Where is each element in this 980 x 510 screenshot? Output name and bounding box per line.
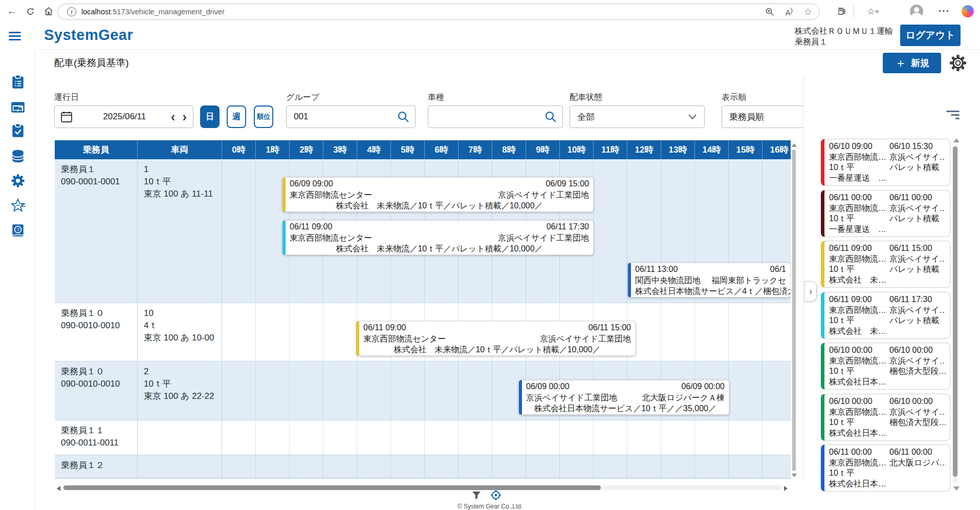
dispatch-card[interactable]: 06/10 00:0006/10 00:00東京西部物流…京浜ベイサイ…10ｔ平…: [821, 394, 950, 441]
card-end-time: 06/10 00:00: [889, 396, 946, 407]
filter-funnel-icon[interactable]: [471, 490, 482, 501]
hour-grid-cell: [560, 420, 594, 455]
locate-target-icon[interactable]: [490, 490, 502, 501]
dispatch-card[interactable]: 06/11 00:0006/11 00:00東京西部物流…京浜ベイサイ…10ｔ平…: [821, 190, 950, 237]
sidebar-item-settings[interactable]: [10, 173, 26, 189]
block-end-time: 06/09 00:00: [681, 381, 725, 392]
status-chevron-down-icon: [686, 110, 699, 123]
dispatch-card[interactable]: 06/11 09:0006/11 17:30東京西部物流…京浜ベイサイ…10ｔ平…: [821, 292, 950, 339]
table-scroll-up-arrow[interactable]: [792, 143, 797, 147]
panel-scrollbar-track[interactable]: [952, 145, 958, 483]
logout-button[interactable]: ログアウト: [900, 25, 961, 46]
card-times: 06/10 00:0006/10 00:00: [829, 345, 946, 356]
block-destination: 京浜ベイサイド工業団地: [540, 333, 631, 345]
card-times: 06/11 09:0006/11 17:30: [829, 294, 946, 305]
panel-filter-icon[interactable]: [946, 109, 960, 119]
screen: ← i localhost:5173/vehicle_management_dr…: [0, 0, 980, 510]
schedule-block[interactable]: 06/11 09:0006/11 15:00東京西部物流センター京浜ベイサイド工…: [356, 321, 636, 356]
table-vertical-scrollbar[interactable]: [792, 150, 796, 471]
sidebar-item-master-data[interactable]: [10, 148, 26, 164]
block-end-time: 06/1: [770, 264, 786, 275]
panel-scroll-up-arrow[interactable]: [953, 138, 960, 142]
schedule-header-row: 乗務員 車両 0時1時2時3時4時5時6時7時8時9時10時11時12時13時1…: [55, 140, 791, 159]
schedule-block[interactable]: 06/09 00:0006/09 00:00京浜ベイサイド工業団地北大阪ロジパー…: [519, 380, 729, 415]
dispatch-card[interactable]: 06/11 09:0006/11 15:00東京西部物流…京浜ベイサイ…10ｔ平…: [821, 241, 950, 288]
table-scroll-left-arrow[interactable]: [57, 486, 60, 491]
dispatch-card[interactable]: 06/10 09:0006/10 15:30東京西部物流…京浜ベイサイ…10ｔ平…: [821, 139, 950, 186]
hour-grid-cell: [763, 420, 791, 455]
block-origin: 東京西部物流センター: [290, 232, 372, 244]
panel-scroll-down-arrow[interactable]: [953, 486, 960, 491]
date-field[interactable]: 2025/06/11 ‹ ›: [54, 105, 193, 128]
hour-grid-cell: [323, 455, 357, 478]
card-end-time: 06/11 15:00: [889, 243, 946, 254]
new-button[interactable]: ＋新規: [883, 53, 941, 73]
hour-grid-cell: [323, 420, 357, 455]
schedule-block[interactable]: 06/11 13:0006/1関西中央物流団地福岡東部トラックセ株式会社日本物流…: [628, 263, 791, 298]
new-button-label: 新規: [911, 57, 929, 69]
hour-grid-cell: [661, 303, 695, 361]
copilot-icon[interactable]: [960, 4, 975, 19]
url-bar[interactable]: i localhost:5173/vehicle_management_driv…: [57, 4, 820, 20]
group-input[interactable]: [293, 111, 391, 122]
block-times: 06/11 09:0006/11 15:00: [363, 322, 631, 333]
hour-headers: 0時1時2時3時4時5時6時7時8時9時10時11時12時13時14時15時16…: [222, 140, 791, 159]
sidebar-item-whats-new[interactable]: [10, 198, 26, 214]
hour-grid-cell: [222, 455, 256, 478]
card-locations: 東京西部物流…京浜ベイサイ…: [829, 305, 946, 316]
vehicle-type-search-icon[interactable]: [544, 110, 557, 123]
hour-column-header: 16時: [763, 140, 791, 159]
dispatch-card[interactable]: 06/11 00:0006/11 00:00東京西部物流…北大阪ロジパ…10ｔ平…: [821, 444, 950, 492]
card-vehicle-type: 10ｔ平: [829, 315, 889, 326]
hour-grid-cell: [763, 303, 791, 361]
view-week-button[interactable]: 週: [227, 105, 246, 128]
order-select[interactable]: 乗務員順: [722, 105, 803, 128]
favorites-bar-icon[interactable]: ☆≡: [865, 4, 880, 19]
zoom-icon[interactable]: [765, 7, 774, 16]
table-horizontal-scrollbar[interactable]: [63, 485, 601, 490]
home-icon[interactable]: [41, 4, 56, 19]
status-select[interactable]: 全部: [570, 105, 705, 128]
card-end-time: 06/10 15:30: [889, 141, 946, 152]
card-destination: 京浜ベイサイ…: [889, 407, 946, 418]
table-scroll-right-arrow[interactable]: [784, 486, 788, 491]
block-detail: 株式会社 未来物流／10ｔ平／パレット積載／10,000／: [290, 243, 589, 254]
table-scroll-down-arrow[interactable]: [792, 474, 797, 477]
view-rank-button[interactable]: 順位: [254, 105, 273, 128]
calendar-icon[interactable]: [60, 110, 73, 123]
vehicle-plate: 東京 100 あ 11-11: [144, 188, 215, 200]
more-menu-icon[interactable]: ···: [937, 4, 952, 19]
hour-grid-cell: [594, 159, 627, 303]
block-end-time: 06/09 15:00: [546, 178, 589, 189]
vehicle-type-input[interactable]: [434, 111, 539, 122]
block-locations: 京浜ベイサイド工業団地北大阪ロジパークＡ棟: [526, 392, 725, 403]
schedule-block[interactable]: 06/11 09:0006/11 17:30東京西部物流センター京浜ベイサイド工…: [282, 220, 594, 255]
view-day-button[interactable]: 日: [200, 105, 220, 128]
prev-day-icon[interactable]: ‹: [171, 110, 176, 123]
card-end-time: 06/10 00:00: [889, 345, 946, 356]
next-day-icon[interactable]: ›: [182, 110, 187, 123]
hour-grid-cell: [459, 362, 492, 420]
profile-avatar[interactable]: [909, 4, 924, 19]
back-icon[interactable]: ←: [4, 4, 19, 19]
order-filter-label: 表示順: [722, 92, 746, 103]
card-origin: 東京西部物流…: [829, 407, 889, 418]
table-horizontal-scrollbar-track[interactable]: [63, 485, 782, 490]
order-value: 乗務員順: [729, 111, 764, 123]
hours-area: 06/09 09:0006/09 15:00東京西部物流センター京浜ベイサイド工…: [222, 159, 791, 303]
schedule-block[interactable]: 06/09 09:0006/09 15:00東京西部物流センター京浜ベイサイド工…: [282, 177, 594, 212]
favorite-star-icon[interactable]: ☆: [804, 6, 812, 17]
site-info-icon[interactable]: i: [67, 7, 76, 16]
group-search-icon[interactable]: [397, 110, 410, 123]
dispatch-card[interactable]: 06/10 00:0006/10 00:00東京西部物流…京浜ベイサイ…10ｔ平…: [821, 343, 950, 390]
refresh-icon[interactable]: [23, 4, 38, 19]
card-origin: 東京西部物流…: [829, 203, 889, 214]
page-settings-gear-icon[interactable]: [948, 53, 968, 73]
card-destination: 京浜ベイサイ…: [889, 152, 946, 163]
read-aloud-icon[interactable]: A): [786, 7, 793, 17]
sidebar-item-help-manual[interactable]: ?: [10, 222, 26, 239]
block-end-time: 06/11 15:00: [589, 322, 631, 333]
browser-essentials-icon[interactable]: [833, 4, 848, 19]
menu-hamburger-icon[interactable]: [9, 30, 21, 42]
panel-scrollbar[interactable]: [953, 146, 957, 477]
